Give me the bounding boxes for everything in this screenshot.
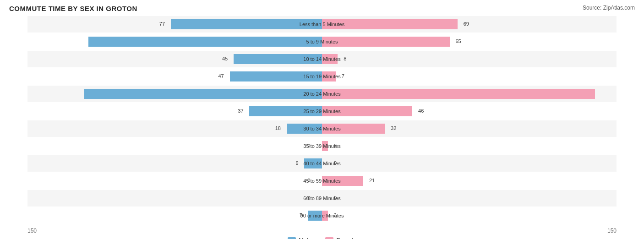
bar-female	[322, 124, 385, 134]
legend-male-label: Male	[299, 237, 311, 239]
val-male-zero: 0	[307, 143, 310, 148]
val-female: 65	[455, 38, 461, 44]
chart-row: 02145 to 59 Minutes	[27, 173, 617, 189]
legend-female-box	[325, 237, 333, 239]
val-male: 37	[238, 108, 243, 114]
chart-row: 0060 to 89 Minutes	[27, 190, 617, 206]
bar-female	[322, 211, 328, 221]
val-female: 8	[344, 56, 346, 61]
val-male-zero: 0	[307, 178, 310, 183]
bar-male	[230, 71, 322, 81]
bar-female	[322, 89, 595, 99]
val-female: 21	[369, 178, 375, 183]
chart-row: 374625 to 29 Minutes	[27, 103, 617, 120]
chart-row: 183230 to 34 Minutes	[27, 120, 617, 137]
axis-labels: 150 150	[27, 228, 617, 234]
val-male: 18	[275, 125, 281, 131]
chart-row: 45810 to 14 Minutes	[27, 51, 617, 67]
val-female: 46	[418, 108, 424, 114]
chart-header: COMMUTE TIME BY SEX IN GROTON Source: Zi…	[9, 5, 635, 12]
chart-row: 47715 to 19 Minutes	[27, 68, 617, 85]
val-female: 7	[342, 73, 344, 79]
val-female: 32	[391, 125, 396, 131]
bar-male	[88, 37, 322, 47]
bar-male	[308, 211, 322, 221]
bar-male	[249, 106, 322, 116]
chart-title: COMMUTE TIME BY SEX IN GROTON	[9, 5, 137, 12]
bar-male	[304, 158, 322, 168]
val-male: 9	[295, 160, 298, 166]
legend-female: Female	[325, 237, 356, 239]
bar-female	[322, 106, 412, 116]
bars-container: 7769Less than 5 Minutes119655 to 9 Minut…	[27, 16, 617, 224]
chart-row: 7769Less than 5 Minutes	[27, 16, 617, 33]
bar-male	[84, 89, 322, 99]
axis-right: 150	[607, 228, 617, 234]
chart-wrapper: 7769Less than 5 Minutes119655 to 9 Minut…	[9, 16, 635, 234]
val-female: 3	[334, 212, 337, 218]
chart-row: 7390 or more Minutes	[27, 207, 617, 224]
val-female-zero: 0	[334, 195, 337, 201]
bar-female	[322, 71, 336, 81]
bar-female	[322, 141, 328, 151]
legend-male-box	[288, 237, 296, 239]
bar-female	[322, 54, 338, 64]
val-male: 45	[222, 56, 228, 61]
val-male: 7	[300, 212, 302, 218]
chart-row: 12113920 to 24 Minutes	[27, 86, 617, 102]
bar-female	[322, 176, 363, 186]
val-female: 3	[334, 143, 337, 148]
chart-row: 9040 to 44 Minutes	[27, 155, 617, 172]
val-female: 69	[464, 21, 469, 27]
val-male-zero: 0	[307, 195, 310, 201]
chart-container: COMMUTE TIME BY SEX IN GROTON Source: Zi…	[9, 5, 635, 239]
chart-row: 119655 to 9 Minutes	[27, 33, 617, 50]
val-female-zero: 0	[334, 160, 337, 166]
legend-male: Male	[288, 237, 311, 239]
chart-row: 0335 to 39 Minutes	[27, 138, 617, 154]
legend: Male Female	[9, 237, 635, 239]
bar-female	[322, 19, 458, 29]
bar-male	[287, 124, 322, 134]
axis-left: 150	[27, 228, 37, 234]
bar-female	[322, 37, 450, 47]
val-male: 47	[218, 73, 224, 79]
val-male: 77	[159, 21, 165, 27]
bar-male	[234, 54, 322, 64]
source-label: Source: ZipAtlas.com	[583, 5, 635, 11]
bar-male	[171, 19, 322, 29]
legend-female-label: Female	[336, 237, 356, 239]
